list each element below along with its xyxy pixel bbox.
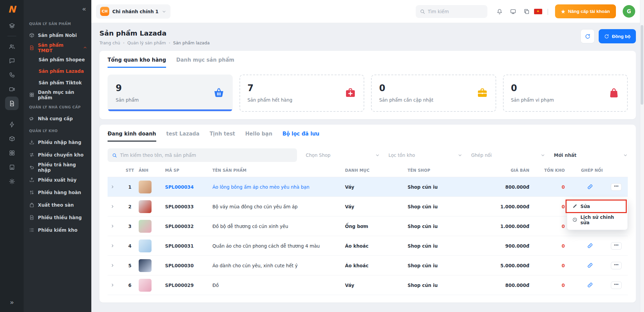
branch-selector[interactable]: CH Chi nhánh chính 1: [96, 4, 170, 19]
monitor-icon[interactable]: [507, 5, 519, 18]
row-expand-chevron-icon[interactable]: [109, 262, 116, 269]
stat-card-out-of-stock[interactable]: 7 Sản phẩm hết hàng: [239, 75, 365, 112]
refresh-button[interactable]: [580, 29, 595, 43]
vietnam-flag-icon[interactable]: ★: [534, 9, 542, 14]
user-avatar[interactable]: G: [623, 5, 635, 18]
table-row[interactable]: 5 SPL000030 Áo dành cho cún yêu, xinh cu…: [108, 256, 628, 275]
document-icon-active[interactable]: [5, 97, 19, 110]
stat-label: Sản phẩm hết hàng: [248, 97, 293, 103]
sort-select[interactable]: Mới nhất: [554, 148, 628, 162]
stat-card-total-products[interactable]: 9 Sản phẩm: [108, 75, 233, 112]
sidebar-item-nha-cung-cap[interactable]: Nhà cung cấp: [24, 112, 91, 125]
sidebar-item-san-pham-tmdt[interactable]: Sản phẩm TMĐT: [24, 41, 91, 54]
product-code-link[interactable]: SPL000029: [165, 283, 212, 288]
tab-tong-quan-kho-hang[interactable]: Tổng quan kho hàng: [108, 57, 166, 68]
shop-filter-select[interactable]: Chọn Shop: [306, 148, 380, 162]
tab-dang-kinh-doanh[interactable]: Đang kinh doanh: [108, 131, 156, 142]
sync-button[interactable]: Đồng bộ: [599, 29, 636, 43]
link-icon[interactable]: [585, 281, 594, 290]
row-actions-button[interactable]: •••: [611, 262, 622, 269]
app-logo-icon[interactable]: N: [8, 5, 16, 14]
product-name[interactable]: Đồ bộ dễ thương có cún xinh yêu: [212, 224, 345, 229]
tab-bo-loc-da-luu[interactable]: Bộ lọc đã lưu: [282, 131, 319, 142]
sidebar-expand-button[interactable]: »: [7, 296, 17, 308]
product-name[interactable]: Áo lông bông ấm áp cho mèo yêu nhà bạn: [212, 184, 345, 190]
table-header: STT ẢNH MÃ SP TÊN SẢN PHẨM DANH MỤC TÊN …: [108, 168, 628, 177]
row-actions-button[interactable]: •••: [611, 183, 622, 191]
tab-danh-muc-san-pham[interactable]: Danh mục sản phẩm: [176, 57, 234, 68]
sidebar-item-san-pham-shopee[interactable]: Sản phẩm Shopee: [24, 54, 91, 65]
table-row[interactable]: 4 SPL000031 Quần áo cho cũn phong cách d…: [108, 236, 628, 256]
stock-filter-select[interactable]: Lọc tồn kho: [389, 148, 463, 162]
mapping-filter-select[interactable]: Ghép nối: [471, 148, 545, 162]
sidebar-item-phieu-tra-hang-nhap[interactable]: Phiếu trả hàng nhập: [24, 161, 91, 173]
product-search-input[interactable]: [120, 152, 293, 158]
media-icon[interactable]: [5, 82, 19, 96]
users-icon[interactable]: [5, 40, 19, 53]
menu-item-history[interactable]: Lịch sử chỉnh sửa: [569, 212, 626, 228]
product-code-link[interactable]: SPL000034: [165, 184, 212, 190]
breadcrumb: Trang chủ • Quản lý sản phẩm • Sản phẩm …: [99, 40, 210, 45]
sidebar-item-phieu-kiem-kho[interactable]: Phiếu kiểm kho: [24, 224, 91, 236]
row-actions-button[interactable]: •••: [611, 282, 622, 289]
products-card: Đang kinh doanh test Lazada Tịnh test He…: [99, 125, 636, 303]
archive-box-icon[interactable]: [5, 132, 19, 145]
menu-item-edit[interactable]: Sửa: [569, 201, 626, 212]
tab-tinh-test[interactable]: Tịnh test: [210, 131, 235, 142]
stat-card-violations[interactable]: 0 Sản phẩm vi phạm: [503, 75, 628, 112]
table-row[interactable]: 1 SPL000034 Áo lông bông ấm áp cho mèo y…: [108, 177, 628, 197]
table-row[interactable]: 2 SPL000033 Bộ váy mùa đông cho cún yêu …: [108, 197, 628, 216]
product-code-link[interactable]: SPL000031: [165, 243, 212, 249]
scrollbar-thumb[interactable]: [641, 25, 643, 105]
link-icon[interactable]: [585, 261, 594, 270]
sidebar-item-phieu-nhap-hang[interactable]: Phiếu nhập hàng: [24, 136, 91, 148]
product-code-link[interactable]: SPL000030: [165, 263, 212, 268]
product-code-link[interactable]: SPL000033: [165, 204, 212, 209]
sidebar-collapse-button[interactable]: «: [82, 5, 86, 13]
link-icon[interactable]: [585, 242, 594, 250]
product-name[interactable]: Bộ váy mùa đông cho cún yêu ấm áp: [212, 204, 345, 209]
product-name[interactable]: Quần áo cho cũn phong cách dễ thương 4 m…: [212, 243, 345, 249]
table-row[interactable]: 3 SPL000032 Đồ bộ dễ thương có cún xinh …: [108, 216, 628, 236]
link-icon[interactable]: [585, 183, 594, 191]
row-expand-chevron-icon[interactable]: [109, 242, 116, 250]
page-content: Sản phẩm Lazada Trang chủ • Quản lý sản …: [91, 23, 644, 312]
stat-card-needs-update[interactable]: 0 Sản phẩm cần cập nhật: [371, 75, 496, 112]
sidebar-item-phieu-hang-hoan[interactable]: Phiếu hàng hoàn: [24, 186, 91, 199]
product-stock: 0: [539, 263, 575, 268]
breadcrumb-home[interactable]: Trang chủ: [99, 40, 120, 45]
sidebar-item-san-pham-nobi[interactable]: Sản phẩm Nobi: [24, 29, 91, 41]
row-expand-chevron-icon[interactable]: [109, 203, 116, 210]
sidebar-item-phieu-xuat-huy[interactable]: Phiếu xuất hủy: [24, 173, 91, 186]
product-name[interactable]: Đồ: [212, 283, 345, 288]
chat-icon[interactable]: [5, 54, 19, 67]
gear-icon[interactable]: [5, 174, 19, 188]
breadcrumb-section[interactable]: Quản lý sản phẩm: [127, 40, 166, 45]
bolt-icon[interactable]: [5, 118, 19, 131]
apps-grid-icon[interactable]: [5, 146, 19, 160]
row-expand-chevron-icon[interactable]: [109, 183, 116, 191]
sidebar-item-xuat-theo-san[interactable]: Xuất theo sàn: [24, 199, 91, 211]
store-icon[interactable]: [5, 160, 19, 174]
sidebar-item-danh-muc-san-pham[interactable]: Danh mục sản phẩm: [24, 88, 91, 101]
branch-badge: CH: [100, 7, 109, 16]
sidebar-item-phieu-thieu-hang[interactable]: Phiếu thiếu hàng: [24, 211, 91, 224]
sidebar-item-san-pham-lazada[interactable]: Sản phẩm Lazada: [24, 65, 91, 77]
sidebar-item-san-pham-tiktok[interactable]: Sản phẩm Tiktok: [24, 77, 91, 88]
phone-icon[interactable]: [5, 68, 19, 82]
tab-test-lazada[interactable]: test Lazada: [166, 131, 200, 142]
global-search-input[interactable]: [428, 9, 483, 14]
bell-icon[interactable]: [493, 5, 506, 18]
copy-docs-icon[interactable]: [521, 5, 533, 18]
row-actions-button[interactable]: •••: [611, 242, 622, 250]
product-name[interactable]: Áo dành cho cún yêu, xinh cute hết ý: [212, 263, 345, 268]
row-expand-chevron-icon[interactable]: [109, 223, 116, 230]
layers-icon[interactable]: [5, 19, 19, 33]
page-scrollbar[interactable]: [640, 0, 644, 312]
tab-hello-ban[interactable]: Hello bạn: [245, 131, 272, 142]
product-code-link[interactable]: SPL000032: [165, 224, 212, 229]
sidebar-item-phieu-chuyen-kho[interactable]: Phiếu chuyển kho: [24, 148, 91, 161]
upgrade-account-button[interactable]: ★ Nâng cấp tài khoản: [555, 4, 616, 18]
table-row[interactable]: 6 SPL000029 Đồ Váy Shop cún iu 800.000đ …: [108, 275, 628, 295]
row-expand-chevron-icon[interactable]: [109, 282, 116, 289]
